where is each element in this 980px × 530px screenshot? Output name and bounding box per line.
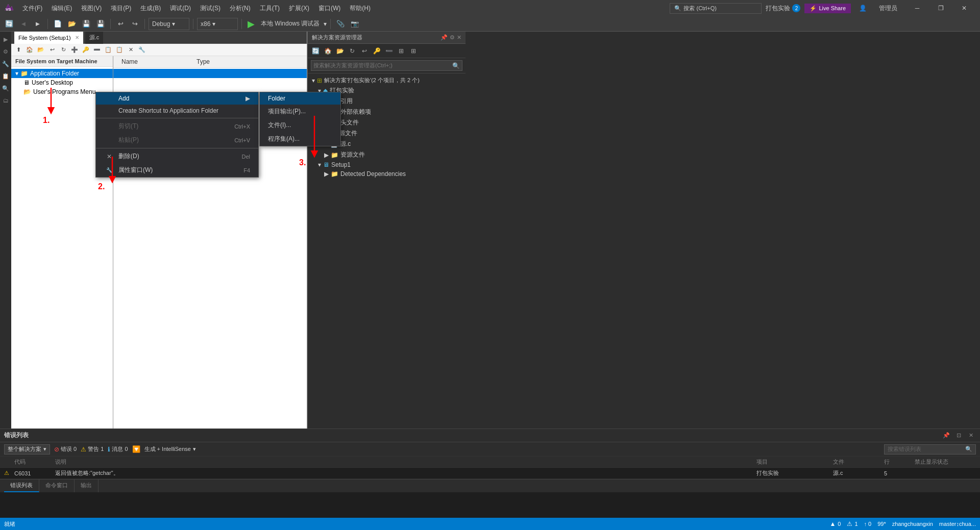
sync-button[interactable]: 🔄	[3, 18, 15, 30]
menu-build[interactable]: 生成(B)	[136, 3, 165, 14]
menu-edit[interactable]: 编辑(E)	[47, 3, 76, 14]
activity-5[interactable]: 🔍	[0, 83, 11, 94]
context-menu-delete[interactable]: ✕ 删除(D) Del	[96, 149, 258, 163]
status-warnings[interactable]: ⚠ 1	[847, 520, 857, 527]
sol-back-btn[interactable]: ↩	[359, 45, 370, 57]
bottom-tab-errors[interactable]: 错误列表	[4, 479, 39, 492]
menu-project[interactable]: 项目(P)	[107, 3, 135, 14]
menu-tools[interactable]: 工具(T)	[256, 3, 284, 14]
warnings-badge[interactable]: ⚠ 警告 1	[81, 445, 104, 453]
sol-grid2-btn[interactable]: ⊞	[408, 45, 419, 57]
activity-6[interactable]: 🗂	[0, 95, 11, 106]
context-menu-properties[interactable]: 🔧 属性窗口(W) F4	[96, 163, 258, 177]
sol-pin-btn[interactable]: 📌	[440, 34, 448, 41]
debug-config-dropdown[interactable]: Debug ▾	[149, 18, 189, 30]
sol-sync-btn[interactable]: 🔄	[310, 45, 321, 57]
status-user[interactable]: zhangchuangxin	[892, 521, 933, 527]
fs-btn-2[interactable]: 🏠	[24, 45, 35, 55]
bottom-tab-output[interactable]: 输出	[75, 479, 99, 492]
sol-external-deps[interactable]: ▶ 📁 外部依赖项	[308, 107, 465, 117]
manage-button[interactable]: 管理员	[875, 2, 901, 15]
bottom-tab-cmd[interactable]: 命令窗口	[39, 479, 75, 492]
fs-btn-6[interactable]: ➕	[69, 45, 80, 55]
context-menu-add[interactable]: Add ▶	[96, 92, 258, 105]
activity-2[interactable]: ⚙	[0, 46, 11, 57]
fs-btn-8[interactable]: ➖	[92, 45, 102, 55]
sol-grid-btn[interactable]: ⊞	[396, 45, 407, 57]
camera-button[interactable]: 📷	[349, 18, 361, 30]
fs-btn-12[interactable]: 🔧	[137, 45, 147, 55]
fs-btn-4[interactable]: ↩	[47, 45, 57, 55]
context-menu-shortcut[interactable]: Create Shortcut to Application Folder	[96, 105, 258, 117]
menu-help[interactable]: 帮助(H)	[346, 3, 375, 14]
liveshare-button[interactable]: ⚡ Live Share	[804, 4, 851, 13]
sol-prop-btn[interactable]: 🔑	[371, 45, 382, 57]
info-badge[interactable]: ℹ 消息 0	[108, 445, 128, 453]
menu-extensions[interactable]: 扩展(X)	[285, 3, 313, 14]
menu-view[interactable]: 视图(V)	[77, 3, 106, 14]
menu-file[interactable]: 文件(F)	[18, 3, 46, 14]
activity-1[interactable]: ▶	[0, 34, 11, 45]
activity-4[interactable]: 📋	[0, 70, 11, 82]
status-branch[interactable]: master↕chua...	[939, 521, 976, 527]
sol-search-icon[interactable]: 🔍	[452, 62, 460, 69]
menu-window[interactable]: 窗口(W)	[314, 3, 345, 14]
sol-resources[interactable]: ▶ 📁 资源文件	[308, 149, 465, 160]
sol-show-all-btn[interactable]: 📂	[334, 45, 346, 57]
back-button[interactable]: ◄	[17, 18, 30, 30]
panel-float-btn[interactable]: ⊡	[953, 431, 964, 441]
solution-search-box[interactable]: 搜索解决方案资源管理器(Ctrl+;) 🔍	[311, 60, 462, 71]
fs-btn-5[interactable]: ↻	[58, 45, 68, 55]
sol-headers[interactable]: ▶ 📁 头文件	[308, 117, 465, 128]
sol-source-c[interactable]: 📄 源.c	[308, 139, 465, 149]
run-dropdown-arrow[interactable]: ▾	[324, 20, 327, 28]
tab-source[interactable]: 源.c	[85, 32, 104, 44]
save-all-button[interactable]: 💾	[94, 18, 107, 30]
fs-btn-3[interactable]: 📂	[36, 45, 46, 55]
sol-home-btn[interactable]: 🏠	[322, 45, 333, 57]
new-file-button[interactable]: 📄	[52, 18, 64, 30]
menu-test[interactable]: 测试(S)	[196, 3, 225, 14]
sol-root[interactable]: ▾ ⊞ 解决方案'打包实验'(2 个项目，共 2 个)	[308, 75, 465, 85]
sol-setup1[interactable]: ▾ 🖥 Setup1	[308, 160, 465, 169]
errors-badge[interactable]: ⊘ 错误 0	[54, 445, 77, 453]
sol-pack-project[interactable]: ▾ ◆ 打包实验	[308, 85, 465, 96]
tab-filesystem[interactable]: File System (Setup1) ✕	[14, 32, 83, 44]
build-filter[interactable]: 生成 + IntelliSense ▾	[144, 445, 196, 453]
sol-references[interactable]: ▶ 📁 引用	[308, 96, 465, 107]
attach-button[interactable]: 📎	[334, 18, 347, 30]
error-search-box[interactable]: 搜索错误列表 🔍	[884, 444, 976, 455]
panel-pin-btn[interactable]: 📌	[941, 431, 951, 441]
fs-btn-11[interactable]: ✕	[126, 45, 136, 55]
sol-minus-btn[interactable]: ➖	[383, 45, 395, 57]
status-ready[interactable]: 就绪	[4, 520, 15, 528]
run-button[interactable]: ▶	[246, 18, 257, 30]
sol-refresh-btn[interactable]: ↻	[347, 45, 358, 57]
tab-filesystem-close[interactable]: ✕	[75, 35, 79, 40]
platform-dropdown[interactable]: x86 ▾	[197, 18, 238, 30]
fs-btn-1[interactable]: ⬆	[13, 45, 23, 55]
account-button[interactable]: 👤	[855, 3, 871, 14]
activity-3[interactable]: 🔧	[0, 58, 11, 69]
status-errors[interactable]: ▲ 0	[829, 520, 841, 527]
panel-close-btn[interactable]: ✕	[966, 431, 976, 441]
scope-filter-dropdown[interactable]: 整个解决方案 ▾	[4, 444, 50, 455]
fs-btn-7[interactable]: 🔑	[81, 45, 91, 55]
fs-btn-9[interactable]: 📋	[103, 45, 113, 55]
open-button[interactable]: 📂	[66, 18, 78, 30]
fs-btn-10[interactable]: 📋	[114, 45, 125, 55]
save-button[interactable]: 💾	[80, 18, 92, 30]
sol-detected-deps[interactable]: ▶ 📁 Detected Dependencies	[308, 169, 465, 179]
forward-button[interactable]: ►	[32, 18, 44, 30]
sol-sources[interactable]: ▾ 📁 源文件	[308, 128, 465, 139]
restore-button[interactable]: ❐	[929, 0, 952, 16]
close-button[interactable]: ✕	[952, 0, 976, 16]
global-search[interactable]: 🔍 搜索 (Ctrl+Q)	[670, 3, 762, 14]
menu-debug[interactable]: 调试(D)	[166, 3, 195, 14]
sol-close-btn[interactable]: ✕	[457, 34, 461, 41]
menu-analyze[interactable]: 分析(N)	[226, 3, 255, 14]
redo-button[interactable]: ↪	[129, 18, 141, 30]
error-row-0[interactable]: ⚠ C6031 返回值被忽略:"getchar"。 打包实验 源.c 5	[0, 468, 980, 479]
undo-button[interactable]: ↩	[114, 18, 127, 30]
minimize-button[interactable]: ─	[905, 0, 929, 16]
